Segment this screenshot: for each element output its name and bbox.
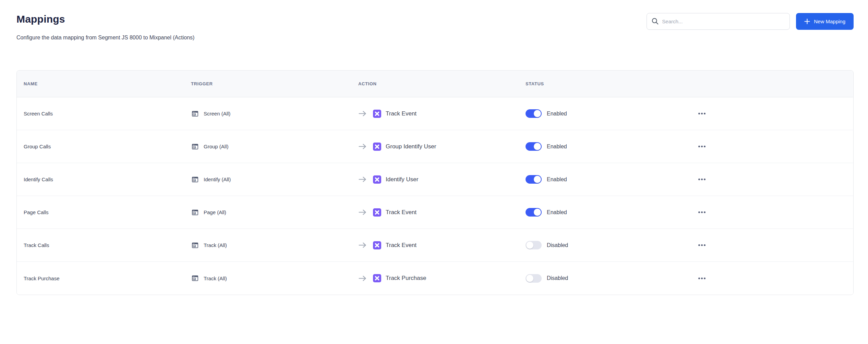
- toggle-knob: [534, 110, 541, 117]
- arrow-right-icon: [358, 111, 367, 116]
- arrow-right-icon: [358, 242, 367, 248]
- mapping-trigger-label: Track (All): [204, 242, 227, 248]
- mapping-action-label: Group Identify User: [386, 143, 436, 150]
- mapping-action-cell: Track Event: [351, 208, 519, 217]
- ellipsis-dot: [701, 179, 703, 180]
- mapping-trigger-label: Group (All): [204, 144, 229, 149]
- mapping-menu-cell: [686, 142, 853, 151]
- mapping-trigger-label: Identify (All): [204, 176, 231, 182]
- js-source-icon: JS: [191, 241, 199, 249]
- svg-text:JS: JS: [193, 212, 195, 214]
- table-row: Track Calls JS Track (All): [17, 229, 853, 262]
- status-toggle[interactable]: [526, 241, 542, 249]
- column-header-trigger: TRIGGER: [184, 81, 351, 86]
- mapping-action-label: Identify User: [386, 176, 418, 183]
- mapping-action-label: Track Purchase: [386, 275, 426, 282]
- mapping-menu-cell: [686, 109, 853, 118]
- status-label: Disabled: [547, 275, 568, 281]
- status-toggle[interactable]: [526, 274, 542, 283]
- mapping-trigger-cell: JS Screen (All): [184, 110, 351, 118]
- js-source-icon: JS: [191, 175, 199, 184]
- ellipsis-dot: [704, 113, 706, 114]
- mapping-menu-cell: [686, 175, 853, 184]
- toggle-knob: [526, 275, 533, 282]
- column-header-name: NAME: [17, 81, 184, 86]
- mapping-name: Screen Calls: [17, 111, 184, 116]
- js-source-icon: JS: [191, 274, 199, 282]
- status-label: Enabled: [547, 176, 567, 183]
- mapping-action-cell: Group Identify User: [351, 143, 519, 151]
- mapping-trigger-label: Screen (All): [204, 111, 230, 116]
- row-menu-button[interactable]: [696, 175, 708, 184]
- ellipsis-dot: [701, 113, 703, 114]
- arrow-right-icon: [358, 275, 367, 281]
- status-toggle[interactable]: [526, 142, 542, 151]
- row-menu-button[interactable]: [696, 142, 708, 151]
- table-header-row: NAME TRIGGER ACTION STATUS: [17, 71, 853, 97]
- row-menu-button[interactable]: [696, 274, 708, 283]
- mixpanel-icon: [373, 110, 381, 118]
- mapping-trigger-cell: JS Track (All): [184, 274, 351, 282]
- new-mapping-button[interactable]: New Mapping: [796, 13, 854, 30]
- table-row: Track Purchase JS Track (All): [17, 262, 853, 295]
- mapping-name: Identify Calls: [17, 176, 184, 182]
- ellipsis-dot: [701, 211, 703, 213]
- status-label: Enabled: [547, 209, 567, 216]
- table-row: Screen Calls JS Screen (All): [17, 97, 853, 130]
- table-row: Page Calls JS Page (All): [17, 196, 853, 229]
- toggle-knob: [534, 143, 541, 150]
- status-toggle[interactable]: [526, 109, 542, 118]
- svg-text:JS: JS: [193, 146, 195, 148]
- ellipsis-dot: [704, 244, 706, 246]
- table-row: Identify Calls JS Identify (All): [17, 163, 853, 196]
- mapping-menu-cell: [686, 274, 853, 283]
- mapping-status-cell: Disabled: [519, 274, 686, 283]
- arrow-right-icon: [358, 176, 367, 182]
- ellipsis-dot: [704, 179, 706, 180]
- ellipsis-dot: [704, 146, 706, 147]
- mappings-page: Mappings Configure the data mapping from…: [0, 0, 868, 295]
- mapping-name: Track Calls: [17, 242, 184, 248]
- ellipsis-dot: [698, 244, 700, 246]
- row-menu-button[interactable]: [696, 208, 708, 217]
- arrow-right-icon: [358, 209, 367, 215]
- row-menu-button[interactable]: [696, 241, 708, 249]
- mapping-trigger-cell: JS Track (All): [184, 241, 351, 249]
- mapping-trigger-cell: JS Page (All): [184, 208, 351, 217]
- mapping-status-cell: Enabled: [519, 208, 686, 217]
- row-menu-button[interactable]: [696, 109, 708, 118]
- page-title: Mappings: [16, 13, 194, 25]
- mixpanel-icon: [373, 208, 381, 217]
- mapping-status-cell: Enabled: [519, 109, 686, 118]
- ellipsis-dot: [701, 244, 703, 246]
- mapping-trigger-label: Track (All): [204, 275, 227, 281]
- ellipsis-dot: [704, 278, 706, 279]
- mappings-table: NAME TRIGGER ACTION STATUS Screen Calls …: [16, 70, 854, 295]
- arrow-right-icon: [358, 144, 367, 149]
- status-toggle[interactable]: [526, 175, 542, 184]
- svg-text:JS: JS: [193, 245, 195, 247]
- header-controls: New Mapping: [647, 13, 854, 30]
- svg-text:JS: JS: [193, 113, 195, 115]
- mapping-action-cell: Identify User: [351, 175, 519, 184]
- mapping-action-label: Track Event: [386, 209, 417, 216]
- js-source-icon: JS: [191, 143, 199, 151]
- mixpanel-icon: [373, 274, 381, 282]
- status-toggle[interactable]: [526, 208, 542, 217]
- mapping-trigger-cell: JS Identify (All): [184, 175, 351, 184]
- search-input[interactable]: [647, 13, 790, 30]
- svg-text:JS: JS: [193, 278, 195, 280]
- mapping-name: Group Calls: [17, 144, 184, 149]
- mixpanel-icon: [373, 143, 381, 151]
- ellipsis-dot: [698, 278, 700, 279]
- mapping-trigger-cell: JS Group (All): [184, 143, 351, 151]
- ellipsis-dot: [698, 146, 700, 147]
- svg-text:JS: JS: [193, 179, 195, 181]
- mapping-action-cell: Track Event: [351, 241, 519, 249]
- ellipsis-dot: [701, 278, 703, 279]
- mapping-status-cell: Disabled: [519, 241, 686, 249]
- mixpanel-icon: [373, 241, 381, 249]
- ellipsis-dot: [704, 211, 706, 213]
- js-source-icon: JS: [191, 208, 199, 217]
- status-label: Disabled: [547, 242, 568, 248]
